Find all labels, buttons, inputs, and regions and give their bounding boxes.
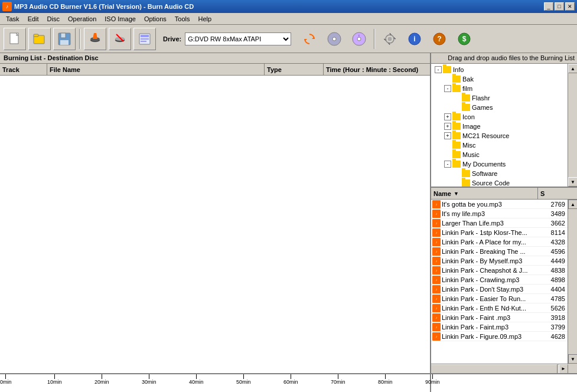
tree-item-image[interactable]: + Image [432, 122, 566, 131]
timeline-tick: 60min [283, 374, 298, 385]
mp3-icon: ♪ [432, 266, 441, 275]
col-name-header: Name ▼ [431, 188, 538, 199]
file-item-size: 3918 [538, 314, 568, 321]
folder-icon-bak [452, 76, 461, 83]
tree-item-software[interactable]: Software [432, 169, 566, 178]
tree-item-mydocs[interactable]: - My Documents [432, 159, 566, 169]
file-item[interactable]: ♪ Linkin Park - Don't Stay.mp3 4404 [431, 285, 568, 294]
erase-button[interactable] [109, 28, 131, 50]
cd-button[interactable] [323, 28, 345, 50]
help-button[interactable]: ? [428, 28, 451, 50]
file-item-size: 4328 [538, 239, 568, 246]
maximize-button[interactable]: □ [555, 2, 564, 11]
menu-task[interactable]: Task [2, 14, 23, 24]
file-item[interactable]: ♪ Linkin Park - Figure.09.mp3 4628 [431, 332, 568, 341]
file-item-name: ♪ Linkin Park - Figure.09.mp3 [431, 332, 538, 341]
svg-point-21 [357, 37, 361, 41]
file-item[interactable]: ♪ It's my life.mp3 3489 [431, 209, 568, 218]
menu-options[interactable]: Options [141, 14, 170, 24]
svg-point-25 [388, 37, 392, 41]
file-item-name: ♪ It's gotta be you.mp3 [431, 200, 538, 208]
toolbar: Drive: G:DVD RW 8xMax ATAPI i i ? $ [0, 25, 577, 53]
folder-icon-info [443, 66, 451, 73]
file-item[interactable]: ♪ Linkin Park - Breaking The ... 4596 [431, 247, 568, 256]
file-item-name: ♪ Linkin Park - Faint.mp3 [431, 323, 538, 331]
file-scroll-up[interactable]: ▲ [568, 200, 577, 209]
tree-label-image: Image [462, 123, 481, 130]
svg-text:?: ? [438, 35, 442, 43]
file-item[interactable]: ♪ Linkin Park - Faint.mp3 3799 [431, 322, 568, 332]
toolbar-sep-2 [374, 29, 375, 49]
tree-item-music[interactable]: Music [432, 150, 566, 159]
open-button[interactable] [28, 28, 51, 50]
file-list-header: Name ▼ S [431, 188, 577, 200]
save-button[interactable] [53, 28, 76, 50]
file-item[interactable]: ♪ Linkin Park - A Place for my... 4328 [431, 237, 568, 247]
h-scroll-thumb[interactable] [431, 364, 558, 374]
file-item[interactable]: ♪ Linkin Park - Cheapshot & J... 4838 [431, 266, 568, 275]
tree-expand-icon[interactable]: + [444, 113, 451, 120]
info-button[interactable]: i [403, 28, 426, 50]
file-item[interactable]: ♪ It's gotta be you.mp3 2769 [431, 200, 568, 209]
file-item-name: ♪ Linkin Park - Enth E Nd·Kut... [431, 304, 538, 312]
close-button[interactable]: ✕ [565, 2, 575, 11]
h-scrollbar[interactable]: ◄ ► [431, 364, 568, 373]
tree-item-games[interactable]: Games [432, 103, 566, 112]
tree-scrollbar[interactable]: ▲ ▼ [568, 64, 577, 187]
col-type-header: Type [265, 64, 324, 75]
file-tree: - Info Bak - film [431, 64, 577, 188]
menu-disc[interactable]: Disc [44, 14, 63, 24]
menu-help[interactable]: Help [194, 14, 215, 24]
tree-item-icon[interactable]: + Icon [432, 112, 566, 122]
tree-scroll-up[interactable]: ▲ [568, 64, 577, 73]
file-item[interactable]: ♪ Linkin Park - 1stp Klosr-The... 8114 [431, 228, 568, 237]
menu-edit[interactable]: Edit [24, 14, 43, 24]
h-scroll-right[interactable]: ► [559, 364, 568, 374]
import-button[interactable] [133, 28, 156, 50]
tree-item-sourcecode[interactable]: Source Code [432, 178, 566, 188]
timeline-tick: 50min [236, 374, 251, 385]
mp3-icon: ♪ [432, 285, 441, 293]
tree-item-mc21[interactable]: + MC21 Resource [432, 131, 566, 141]
dollar-button[interactable]: $ [453, 28, 475, 50]
file-item[interactable]: ♪ Linkin Park - Enth E Nd·Kut... 5626 [431, 303, 568, 313]
tree-scroll-down[interactable]: ▼ [568, 177, 577, 187]
tree-item-info[interactable]: - Info [432, 65, 566, 74]
file-item[interactable]: ♪ Linkin Park - Faint .mp3 3918 [431, 313, 568, 322]
tree-expand-image[interactable]: + [444, 123, 451, 130]
drive-select[interactable]: G:DVD RW 8xMax ATAPI [185, 32, 291, 45]
new-button[interactable] [4, 28, 26, 50]
settings-button[interactable] [379, 28, 401, 50]
file-item-name: ♪ Linkin Park - Crawling.mp3 [431, 276, 538, 284]
file-item[interactable]: ♪ Linkin Park - Crawling.mp3 4898 [431, 275, 568, 285]
menu-tools[interactable]: Tools [171, 14, 194, 24]
tree-expand-film[interactable]: - [444, 85, 451, 92]
menu-operation[interactable]: Operation [64, 14, 100, 24]
file-item-name: ♪ Linkin Park - Faint .mp3 [431, 313, 538, 322]
file-scroll-down[interactable]: ▼ [568, 354, 577, 364]
mp3-icon: ♪ [432, 210, 441, 218]
svg-rect-15 [141, 41, 146, 42]
tree-expand-info[interactable]: - [435, 66, 442, 73]
folder-icon-flashr [462, 94, 470, 102]
tree-item-film[interactable]: - film [432, 84, 566, 93]
refresh-button[interactable] [298, 28, 321, 50]
tree-expand-music [444, 151, 451, 158]
file-item[interactable]: ♪ Linkin Park - Easier To Run... 4785 [431, 294, 568, 303]
folder-icon-mydocs [452, 161, 461, 168]
folder-icon-software [462, 170, 470, 177]
tree-item-bak[interactable]: Bak [432, 74, 566, 84]
cd-info-button[interactable]: i [348, 28, 370, 50]
mp3-icon: ♪ [432, 228, 441, 237]
tree-expand-mydocs[interactable]: - [444, 161, 451, 168]
minimize-button[interactable]: _ [544, 2, 553, 11]
tree-item-flashr[interactable]: Flashr [432, 93, 566, 103]
file-item[interactable]: ♪ Linkin Park - By Myself.mp3 4449 [431, 256, 568, 266]
file-item-name: ♪ Larger Than Life.mp3 [431, 219, 538, 227]
file-list-scrollbar[interactable]: ▲ ▼ ◄ ► [568, 200, 577, 373]
burn-button[interactable] [84, 28, 106, 50]
file-item[interactable]: ♪ Larger Than Life.mp3 3662 [431, 218, 568, 228]
tree-item-misc[interactable]: Misc [432, 141, 566, 150]
menu-iso[interactable]: ISO Image [101, 14, 139, 24]
tree-expand-mc21[interactable]: + [444, 132, 451, 139]
